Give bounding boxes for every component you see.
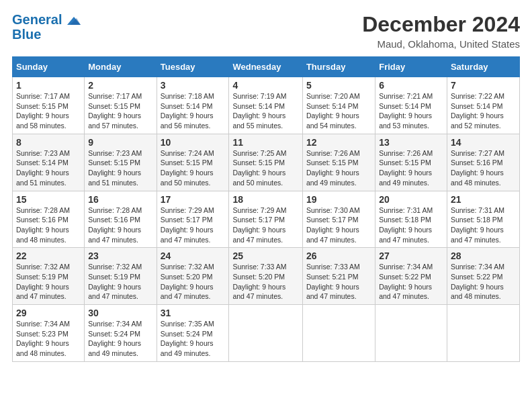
day-info: Sunrise: 7:29 AMSunset: 5:17 PMDaylight:… xyxy=(161,206,214,244)
calendar-week-4: 22 Sunrise: 7:32 AMSunset: 5:19 PMDaylig… xyxy=(13,248,520,305)
day-info: Sunrise: 7:23 AMSunset: 5:14 PMDaylight:… xyxy=(16,149,70,187)
day-number: 10 xyxy=(161,137,226,148)
calendar-cell xyxy=(229,305,302,362)
day-number: 31 xyxy=(161,308,226,318)
calendar-cell: 26 Sunrise: 7:33 AMSunset: 5:21 PMDaylig… xyxy=(302,248,375,305)
page-title: December 2024 xyxy=(362,12,520,37)
calendar-cell: 29 Sunrise: 7:34 AMSunset: 5:23 PMDaylig… xyxy=(13,305,85,362)
day-number: 6 xyxy=(379,80,443,91)
col-header-friday: Friday xyxy=(375,57,447,77)
calendar-cell: 4 Sunrise: 7:19 AMSunset: 5:14 PMDayligh… xyxy=(229,77,302,134)
calendar-cell: 30 Sunrise: 7:34 AMSunset: 5:24 PMDaylig… xyxy=(85,305,157,362)
day-number: 4 xyxy=(232,80,298,91)
day-number: 13 xyxy=(379,137,443,148)
calendar-cell: 27 Sunrise: 7:34 AMSunset: 5:22 PMDaylig… xyxy=(375,248,447,305)
day-info: Sunrise: 7:26 AMSunset: 5:15 PMDaylight:… xyxy=(306,149,360,187)
logo-blue-text: Blue xyxy=(12,27,41,42)
calendar-cell: 16 Sunrise: 7:28 AMSunset: 5:16 PMDaylig… xyxy=(85,191,157,248)
logo-text: General xyxy=(12,12,81,27)
calendar-week-3: 15 Sunrise: 7:28 AMSunset: 5:16 PMDaylig… xyxy=(13,191,520,248)
calendar-week-1: 1 Sunrise: 7:17 AMSunset: 5:15 PMDayligh… xyxy=(13,77,520,134)
day-info: Sunrise: 7:17 AMSunset: 5:15 PMDaylight:… xyxy=(16,92,70,130)
day-info: Sunrise: 7:31 AMSunset: 5:18 PMDaylight:… xyxy=(379,206,433,244)
calendar-cell: 31 Sunrise: 7:35 AMSunset: 5:24 PMDaylig… xyxy=(157,305,229,362)
day-info: Sunrise: 7:31 AMSunset: 5:18 PMDaylight:… xyxy=(451,206,504,244)
calendar-cell: 19 Sunrise: 7:30 AMSunset: 5:17 PMDaylig… xyxy=(302,191,375,248)
day-info: Sunrise: 7:27 AMSunset: 5:16 PMDaylight:… xyxy=(451,149,504,187)
day-number: 9 xyxy=(88,137,152,148)
day-info: Sunrise: 7:34 AMSunset: 5:24 PMDaylight:… xyxy=(88,320,142,357)
day-info: Sunrise: 7:28 AMSunset: 5:16 PMDaylight:… xyxy=(88,206,142,244)
calendar-cell: 18 Sunrise: 7:29 AMSunset: 5:17 PMDaylig… xyxy=(229,191,302,248)
day-info: Sunrise: 7:28 AMSunset: 5:16 PMDaylight:… xyxy=(16,206,70,244)
col-header-wednesday: Wednesday xyxy=(229,57,302,77)
day-number: 27 xyxy=(379,250,443,261)
calendar-cell: 1 Sunrise: 7:17 AMSunset: 5:15 PMDayligh… xyxy=(13,77,85,134)
day-info: Sunrise: 7:21 AMSunset: 5:14 PMDaylight:… xyxy=(379,92,433,130)
day-info: Sunrise: 7:29 AMSunset: 5:17 PMDaylight:… xyxy=(232,206,286,244)
day-info: Sunrise: 7:32 AMSunset: 5:20 PMDaylight:… xyxy=(161,263,214,300)
day-number: 26 xyxy=(306,250,371,261)
col-header-tuesday: Tuesday xyxy=(157,57,229,77)
day-number: 11 xyxy=(232,137,298,148)
day-number: 20 xyxy=(379,194,443,205)
day-number: 1 xyxy=(16,80,81,91)
day-number: 16 xyxy=(88,194,152,205)
calendar-cell: 5 Sunrise: 7:20 AMSunset: 5:14 PMDayligh… xyxy=(302,77,375,134)
calendar-cell: 28 Sunrise: 7:34 AMSunset: 5:22 PMDaylig… xyxy=(447,248,519,305)
calendar-cell: 3 Sunrise: 7:18 AMSunset: 5:14 PMDayligh… xyxy=(157,77,229,134)
day-info: Sunrise: 7:34 AMSunset: 5:22 PMDaylight:… xyxy=(451,263,504,300)
calendar-week-5: 29 Sunrise: 7:34 AMSunset: 5:23 PMDaylig… xyxy=(13,305,520,362)
day-number: 14 xyxy=(451,137,516,148)
calendar-cell: 24 Sunrise: 7:32 AMSunset: 5:20 PMDaylig… xyxy=(157,248,229,305)
day-number: 2 xyxy=(88,80,152,91)
calendar-cell: 15 Sunrise: 7:28 AMSunset: 5:16 PMDaylig… xyxy=(13,191,85,248)
calendar-cell: 11 Sunrise: 7:25 AMSunset: 5:15 PMDaylig… xyxy=(229,134,302,191)
day-info: Sunrise: 7:32 AMSunset: 5:19 PMDaylight:… xyxy=(16,263,70,300)
day-number: 25 xyxy=(232,250,298,261)
day-info: Sunrise: 7:22 AMSunset: 5:14 PMDaylight:… xyxy=(451,92,504,130)
col-header-monday: Monday xyxy=(85,57,157,77)
calendar-cell xyxy=(375,305,447,362)
day-number: 21 xyxy=(451,194,516,205)
day-number: 23 xyxy=(88,250,152,261)
calendar-cell: 21 Sunrise: 7:31 AMSunset: 5:18 PMDaylig… xyxy=(447,191,519,248)
day-number: 5 xyxy=(306,80,371,91)
day-number: 19 xyxy=(306,194,371,205)
day-info: Sunrise: 7:25 AMSunset: 5:15 PMDaylight:… xyxy=(232,149,286,187)
logo: General Blue xyxy=(12,12,81,42)
day-number: 28 xyxy=(451,250,516,261)
col-header-thursday: Thursday xyxy=(302,57,375,77)
calendar-week-2: 8 Sunrise: 7:23 AMSunset: 5:14 PMDayligh… xyxy=(13,134,520,191)
day-number: 22 xyxy=(16,250,81,261)
day-info: Sunrise: 7:30 AMSunset: 5:17 PMDaylight:… xyxy=(306,206,360,244)
day-number: 3 xyxy=(161,80,226,91)
calendar-cell: 2 Sunrise: 7:17 AMSunset: 5:15 PMDayligh… xyxy=(85,77,157,134)
calendar-cell: 14 Sunrise: 7:27 AMSunset: 5:16 PMDaylig… xyxy=(447,134,519,191)
day-number: 17 xyxy=(161,194,226,205)
day-number: 29 xyxy=(16,308,81,318)
calendar-cell: 25 Sunrise: 7:33 AMSunset: 5:20 PMDaylig… xyxy=(229,248,302,305)
day-number: 24 xyxy=(161,250,226,261)
day-info: Sunrise: 7:17 AMSunset: 5:15 PMDaylight:… xyxy=(88,92,142,130)
day-info: Sunrise: 7:33 AMSunset: 5:20 PMDaylight:… xyxy=(232,263,286,300)
day-number: 8 xyxy=(16,137,81,148)
calendar-cell: 10 Sunrise: 7:24 AMSunset: 5:15 PMDaylig… xyxy=(157,134,229,191)
col-header-saturday: Saturday xyxy=(447,57,519,77)
day-info: Sunrise: 7:19 AMSunset: 5:14 PMDaylight:… xyxy=(232,92,286,130)
day-info: Sunrise: 7:23 AMSunset: 5:15 PMDaylight:… xyxy=(88,149,142,187)
calendar-cell: 6 Sunrise: 7:21 AMSunset: 5:14 PMDayligh… xyxy=(375,77,447,134)
logo-icon xyxy=(67,15,81,26)
day-info: Sunrise: 7:18 AMSunset: 5:14 PMDaylight:… xyxy=(161,92,214,130)
day-info: Sunrise: 7:32 AMSunset: 5:19 PMDaylight:… xyxy=(88,263,142,300)
calendar-cell: 20 Sunrise: 7:31 AMSunset: 5:18 PMDaylig… xyxy=(375,191,447,248)
day-info: Sunrise: 7:24 AMSunset: 5:15 PMDaylight:… xyxy=(161,149,214,187)
calendar-cell: 8 Sunrise: 7:23 AMSunset: 5:14 PMDayligh… xyxy=(13,134,85,191)
day-number: 18 xyxy=(232,194,298,205)
calendar-cell: 9 Sunrise: 7:23 AMSunset: 5:15 PMDayligh… xyxy=(85,134,157,191)
header: General Blue December 2024 Maud, Oklahom… xyxy=(12,12,520,50)
day-number: 7 xyxy=(451,80,516,91)
day-info: Sunrise: 7:20 AMSunset: 5:14 PMDaylight:… xyxy=(306,92,360,130)
calendar-cell: 23 Sunrise: 7:32 AMSunset: 5:19 PMDaylig… xyxy=(85,248,157,305)
day-info: Sunrise: 7:26 AMSunset: 5:15 PMDaylight:… xyxy=(379,149,433,187)
